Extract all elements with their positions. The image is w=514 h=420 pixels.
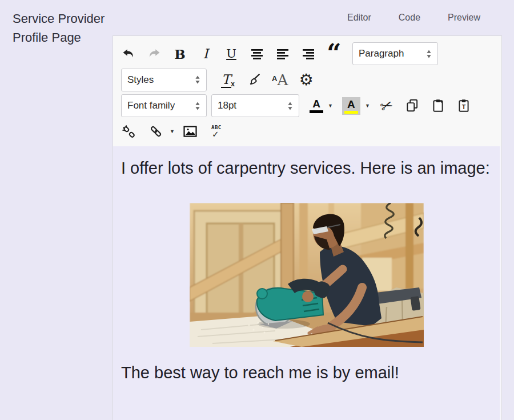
highlight-color-button[interactable]: A <box>342 97 360 115</box>
underline-button[interactable]: U <box>224 44 239 63</box>
toolbar-row-2: Styles Tx AA ⚙ <box>121 67 496 93</box>
svg-text:T: T <box>462 103 466 110</box>
align-left-button[interactable] <box>275 44 290 63</box>
editor-content-area[interactable]: I offer lots of carpentry services. Here… <box>113 146 501 420</box>
align-center-icon <box>250 47 264 61</box>
styles-value: Styles <box>127 74 154 86</box>
rich-text-editor: B I U “ Paragraph Styles <box>113 35 502 420</box>
editor-toolbar: B I U “ Paragraph Styles <box>113 36 501 147</box>
undo-icon <box>121 47 136 61</box>
font-family-select[interactable]: Font family <box>121 94 207 117</box>
view-tabbar: Editor Code Preview <box>347 13 480 23</box>
link-button[interactable] <box>148 122 164 141</box>
undo-button[interactable] <box>121 44 136 63</box>
toolbar-row-3: Font family 18pt A ▼ A ▼ ✂ <box>121 93 496 119</box>
text-color-letter: A <box>312 98 320 109</box>
spellcheck-button[interactable]: ABC ✓ <box>209 122 224 141</box>
image-icon <box>182 125 198 138</box>
highlight-color-caret[interactable]: ▼ <box>365 103 370 109</box>
paragraph-format-value: Paragraph <box>359 48 404 59</box>
highlight-color-bar <box>344 111 358 114</box>
toolbar-row-1: B I U “ Paragraph <box>121 41 496 67</box>
unlink-icon <box>121 124 137 139</box>
select-caret-icon <box>287 101 293 111</box>
insert-image-button[interactable] <box>182 122 198 141</box>
paste-as-text-button[interactable]: T <box>456 96 471 115</box>
tab-preview[interactable]: Preview <box>448 13 480 23</box>
copy-button[interactable] <box>405 96 420 115</box>
unlink-button[interactable] <box>121 122 137 141</box>
link-icon <box>148 124 164 139</box>
change-case-button[interactable]: AA <box>272 70 288 90</box>
cut-button[interactable]: ✂ <box>376 94 397 118</box>
bold-button[interactable]: B <box>172 44 187 63</box>
text-color-button[interactable]: A <box>310 98 323 113</box>
highlight-color-letter: A <box>347 99 355 110</box>
font-size-value: 18pt <box>218 100 236 111</box>
change-case-icon: AA <box>272 74 288 86</box>
font-size-select[interactable]: 18pt <box>211 94 299 117</box>
align-left-icon <box>275 47 290 61</box>
carpenter-photo-illustration <box>190 203 424 347</box>
tab-editor[interactable]: Editor <box>347 13 371 23</box>
content-paragraph-1: I offer lots of carpentry services. Here… <box>121 154 492 182</box>
select-caret-icon <box>426 49 432 59</box>
page-title: Service Provider Profile Page <box>13 9 110 47</box>
redo-button[interactable] <box>147 44 162 63</box>
font-family-value: Font family <box>127 100 175 111</box>
paste-button[interactable] <box>431 96 445 115</box>
text-color-bar <box>310 110 323 113</box>
clear-formatting-icon: Tx <box>221 72 235 88</box>
carpenter-photo[interactable] <box>190 203 424 347</box>
paste-icon <box>431 98 445 113</box>
toolbar-row-4: ▼ ABC ✓ <box>121 119 496 144</box>
brush-icon <box>246 73 261 87</box>
tab-code[interactable]: Code <box>399 13 420 23</box>
cleanup-brush-button[interactable] <box>246 70 261 90</box>
copy-icon <box>405 98 420 113</box>
redo-icon <box>147 47 162 61</box>
paste-as-text-icon: T <box>456 98 471 113</box>
blockquote-button[interactable]: “ <box>327 47 342 60</box>
text-color-caret[interactable]: ▼ <box>328 103 333 109</box>
italic-button[interactable]: I <box>198 44 213 63</box>
align-right-button[interactable] <box>301 44 316 63</box>
clear-formatting-button[interactable]: Tx <box>220 70 235 90</box>
settings-gear-button[interactable]: ⚙ <box>299 70 314 90</box>
content-paragraph-2: The best way to reach me is by email! <box>121 359 492 386</box>
align-center-button[interactable] <box>250 44 264 63</box>
select-caret-icon <box>195 101 200 111</box>
styles-select[interactable]: Styles <box>121 69 207 91</box>
link-caret[interactable]: ▼ <box>170 129 175 134</box>
align-right-icon <box>301 47 316 61</box>
spellcheck-icon: ABC ✓ <box>211 125 222 138</box>
select-caret-icon <box>195 75 200 85</box>
paragraph-format-select[interactable]: Paragraph <box>352 42 438 65</box>
